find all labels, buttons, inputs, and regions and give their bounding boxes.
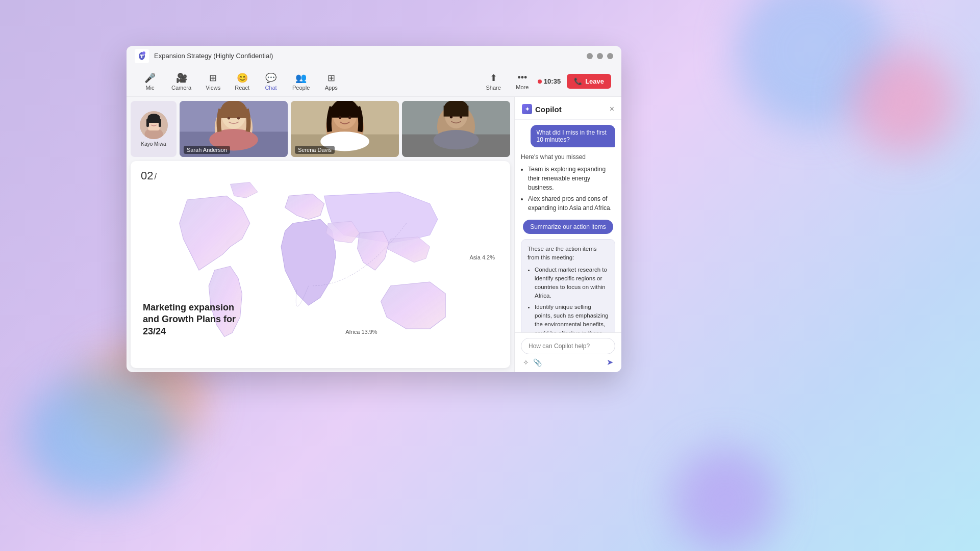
copilot-input[interactable]: [521, 338, 615, 354]
svg-point-39: [450, 116, 453, 118]
close-button[interactable]: [607, 53, 613, 59]
action-item-2: Identify unique selling points, such as …: [535, 303, 609, 333]
apps-icon: ⊞: [328, 72, 335, 84]
meeting-time: 10:35: [544, 77, 561, 85]
copilot-title: ✦ Copilot: [522, 104, 562, 114]
svg-rect-29: [332, 106, 358, 117]
action-items-list: Conduct market research to identify spec…: [527, 266, 609, 333]
bg-blob-2: [852, 51, 954, 153]
participant-sarah: Sarah Anderson: [180, 101, 288, 157]
participant-serena: Serena Davis: [291, 101, 399, 157]
svg-point-30: [339, 116, 341, 119]
map-label-asia: Asia 4.2%: [469, 254, 495, 260]
toolbar-mic[interactable]: 🎤 Mic: [137, 69, 163, 94]
response-item-2: Alex shared pros and cons of expanding i…: [528, 194, 615, 213]
toolbar-share[interactable]: ⬆ Share: [480, 69, 507, 94]
svg-rect-38: [444, 106, 469, 116]
window-controls: [587, 53, 613, 59]
copilot-header: ✦ Copilot ×: [515, 97, 621, 120]
teams-logo-icon: [135, 49, 149, 63]
more-icon: •••: [517, 72, 527, 83]
share-icon: ⬆: [490, 72, 497, 84]
participant-4: [402, 101, 510, 157]
close-copilot-button[interactable]: ×: [610, 104, 614, 114]
copilot-icon: ✦: [522, 104, 532, 114]
toolbar-more[interactable]: ••• More: [509, 69, 536, 93]
more-label: More: [516, 84, 529, 90]
title-bar: Expansion Strategy (Highly Confidential): [127, 46, 621, 66]
response-list: Team is exploring expanding their renewa…: [521, 165, 615, 213]
summarize-button[interactable]: Summarize our action items: [523, 220, 613, 234]
views-label: Views: [206, 85, 220, 91]
serena-name: Serena Davis: [295, 146, 335, 154]
sarah-name: Sarah Anderson: [184, 146, 230, 154]
chat-icon: 💬: [265, 72, 277, 84]
leave-button[interactable]: 📞 Leave: [567, 74, 611, 89]
content-area: Kayo Miwa: [127, 97, 621, 372]
participant-kayo: Kayo Miwa: [131, 101, 177, 157]
leave-phone-icon: 📞: [574, 77, 582, 85]
slide-title: Marketing expansion and Growth Plans for…: [143, 302, 236, 337]
svg-rect-12: [146, 119, 149, 127]
left-section: Kayo Miwa: [127, 97, 514, 372]
react-icon: 😊: [237, 72, 248, 84]
slide-title-text: Marketing expansion and Growth Plans for…: [143, 302, 236, 336]
toolbar-views[interactable]: ⊞ Views: [199, 69, 227, 94]
minimize-button[interactable]: [587, 53, 593, 59]
title-bar-left: Expansion Strategy (Highly Confidential): [135, 49, 273, 63]
svg-point-21: [228, 117, 230, 119]
toolbar-camera[interactable]: 🎥 Camera: [165, 69, 197, 94]
time-badge: 10:35: [538, 77, 561, 85]
copilot-input-area: ✧ 📎 ➤: [515, 332, 621, 372]
kayo-avatar: [140, 111, 168, 139]
svg-point-31: [348, 116, 351, 119]
input-icons: ✧ 📎 ➤: [521, 357, 615, 367]
magic-icon[interactable]: ✧: [523, 358, 529, 366]
chat-label: Chat: [265, 85, 277, 91]
video-strip: Kayo Miwa: [131, 101, 510, 157]
svg-rect-13: [159, 119, 161, 127]
copilot-title-text: Copilot: [535, 105, 562, 114]
input-wrapper: [521, 338, 615, 354]
views-icon: ⊞: [209, 72, 217, 84]
toolbar-apps[interactable]: ⊞ Apps: [318, 69, 344, 94]
presentation-card: 02: [131, 161, 510, 368]
react-label: React: [235, 85, 249, 91]
kayo-name: Kayo Miwa: [141, 141, 166, 147]
share-label: Share: [486, 85, 501, 91]
copilot-response-1: Here's what you missed Team is exploring…: [521, 152, 615, 215]
map-label-africa: Africa 13.9%: [345, 329, 377, 335]
action-items-box: These are the action items from this mee…: [521, 239, 615, 332]
action-items-title: These are the action items from this mee…: [527, 245, 609, 263]
teams-window: Expansion Strategy (Highly Confidential)…: [127, 46, 621, 372]
camera-icon: 🎥: [176, 72, 187, 84]
user-question-bubble: What did I miss in the first 10 minutes?: [531, 125, 616, 147]
bg-blob-4: [26, 373, 179, 500]
svg-rect-7: [148, 126, 160, 130]
svg-rect-11: [147, 118, 160, 123]
toolbar-people[interactable]: 👥 People: [286, 69, 316, 94]
window-title: Expansion Strategy (Highly Confidential): [154, 52, 273, 60]
toolbar: 🎤 Mic 🎥 Camera ⊞ Views 😊 React 💬 Chat 👥 …: [127, 66, 621, 97]
maximize-button[interactable]: [597, 53, 603, 59]
recording-dot-icon: [538, 80, 542, 84]
copilot-messages: What did I miss in the first 10 minutes?…: [515, 120, 621, 332]
svg-point-36: [433, 130, 479, 149]
people-label: People: [292, 85, 310, 91]
bg-blob-5: [674, 449, 776, 551]
people-icon: 👥: [295, 72, 307, 84]
attach-icon[interactable]: 📎: [533, 358, 542, 366]
svg-point-40: [460, 116, 462, 118]
svg-rect-3: [141, 55, 142, 58]
input-icon-left: ✧ 📎: [523, 358, 542, 366]
svg-point-22: [237, 117, 240, 119]
svg-rect-20: [221, 108, 247, 118]
toolbar-right: 10:35 📞 Leave: [538, 74, 611, 89]
svg-point-1: [142, 51, 145, 55]
response-title: Here's what you missed: [521, 152, 615, 162]
send-icon[interactable]: ➤: [607, 357, 613, 367]
toolbar-react[interactable]: 😊 React: [229, 69, 256, 94]
toolbar-chat[interactable]: 💬 Chat: [258, 69, 284, 94]
copilot-panel: ✦ Copilot × What did I miss in the first…: [514, 97, 621, 372]
leave-label: Leave: [585, 77, 604, 85]
